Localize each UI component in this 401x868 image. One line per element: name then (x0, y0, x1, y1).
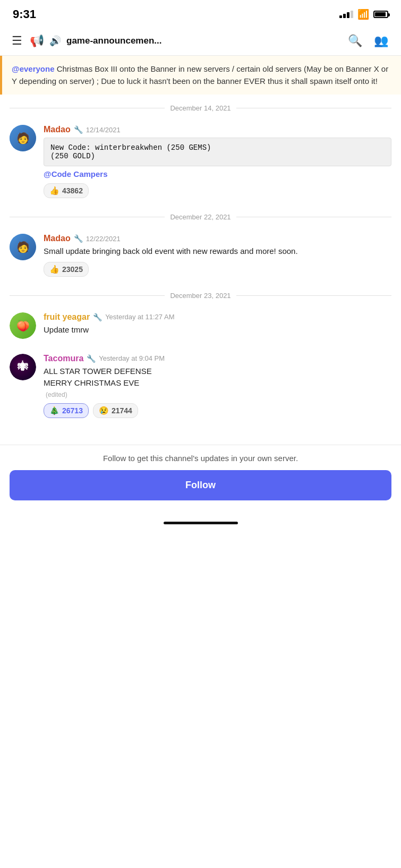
avatar-madao-img: 🧑 (10, 125, 36, 151)
time-fruit: Yesterday at 11:27 AM (105, 313, 174, 321)
follow-section: Follow to get this channel's updates in … (0, 445, 401, 516)
channel-type-icon: 📢 (30, 34, 44, 48)
battery-icon (373, 11, 388, 18)
avatar-fruit-img: 🍑 (10, 312, 36, 339)
message-content-fruit: fruit yeagar 🔧 Yesterday at 11:27 AM Upd… (44, 312, 391, 336)
reaction-tree-tacomura[interactable]: 🎄 26713 (44, 403, 89, 418)
channel-name: game-announcemen... (66, 36, 339, 46)
follow-hint: Follow to get this channel's updates in … (10, 454, 391, 463)
message-header-madao1: Madao 🔧 12/14/2021 (44, 125, 391, 134)
reaction-count: 43862 (62, 186, 83, 195)
time-tacomura: Yesterday at 9:04 PM (99, 354, 165, 362)
channel-type-icon2: 🔊 (49, 35, 61, 47)
reactions-tacomura[interactable]: 🎄 26713 😢 21744 (44, 403, 391, 418)
message-content-madao2: Madao 🔧 12/22/2021 Small update bringing… (44, 234, 391, 277)
signal-icon (339, 11, 353, 18)
avatar-madao: 🧑 (10, 125, 36, 151)
author-fruit: fruit yeagar (44, 312, 90, 322)
mention-everyone: @everyone (12, 64, 55, 73)
channel-header: ☰ 📢 🔊 game-announcemen... 🔍 👥 (0, 27, 401, 56)
reactions-madao2[interactable]: 👍 23025 (44, 262, 391, 277)
author-madao2: Madao (44, 234, 71, 243)
date-divider-dec22-text: December 22, 2021 (170, 213, 231, 221)
avatar-fruit: 🍑 (10, 312, 36, 339)
hamburger-menu-icon[interactable]: ☰ (10, 32, 24, 50)
home-indicator (0, 516, 401, 527)
time-madao2: 12/22/2021 (86, 235, 121, 243)
status-time: 9:31 (13, 7, 36, 21)
avatar-madao2: 🧑 (10, 234, 36, 260)
edited-label: (edited) (46, 391, 67, 398)
badge-madao: 🔧 (74, 125, 83, 134)
search-button[interactable]: 🔍 (345, 32, 365, 50)
wifi-icon: 📶 (357, 8, 369, 20)
reaction-count-cry: 21744 (112, 406, 132, 415)
follow-button[interactable]: Follow (10, 470, 391, 500)
author-madao: Madao (44, 125, 71, 134)
message-content-tacomura: Tacomura 🔧 Yesterday at 9:04 PM ALL STAR… (44, 354, 391, 418)
status-bar: 9:31 📶 (0, 0, 401, 27)
date-divider-dec14-text: December 14, 2021 (170, 104, 231, 112)
reaction-emoji: 👍 (49, 265, 59, 274)
status-icons: 📶 (339, 8, 388, 20)
pinned-message: @everyone Christmas Box III onto the Ban… (0, 56, 401, 95)
message-fruit-yeagar: 🍑 fruit yeagar 🔧 Yesterday at 11:27 AM U… (0, 309, 401, 344)
badge-madao2: 🔧 (74, 234, 83, 243)
reaction-thumbsup-madao2[interactable]: 👍 23025 (44, 262, 89, 277)
avatar-tacomura-img: 🕷 (10, 354, 36, 380)
message-body-tacomura: ALL STAR TOWER DEFENSE MERRY CHRISTMAS E… (44, 365, 391, 389)
message-body-madao2: Small update bringing back old event wit… (44, 245, 391, 258)
badge-fruit: 🔧 (93, 313, 102, 321)
avatar-tacomura: 🕷 (10, 354, 36, 380)
reaction-count-tree: 26713 (62, 406, 83, 415)
author-tacomura: Tacomura (44, 354, 83, 363)
date-divider-dec14: December 14, 2021 (0, 95, 401, 122)
mention-code-campers: @Code Campers (44, 169, 391, 179)
date-divider-dec23: December 23, 2021 (0, 282, 401, 309)
pinned-message-text: Christmas Box III onto the Banner in new… (12, 64, 388, 86)
reaction-count: 23025 (62, 265, 83, 274)
date-divider-dec22: December 22, 2021 (0, 203, 401, 231)
message-body-fruit: Update tmrw (44, 324, 391, 336)
message-header-fruit: fruit yeagar 🔧 Yesterday at 11:27 AM (44, 312, 391, 322)
avatar-madao-img2: 🧑 (10, 234, 36, 260)
reaction-emoji: 👍 (49, 186, 59, 195)
reaction-emoji: 😢 (99, 406, 109, 415)
message-content-madao1: Madao 🔧 12/14/2021 New Code: winterbreak… (44, 125, 391, 198)
reaction-emoji: 🎄 (49, 406, 59, 415)
reactions-madao1[interactable]: 👍 43862 (44, 183, 391, 198)
reaction-thumbsup-madao1[interactable]: 👍 43862 (44, 183, 89, 198)
members-button[interactable]: 👥 (371, 32, 391, 50)
reaction-cry-tacomura[interactable]: 😢 21744 (93, 403, 138, 418)
date-divider-dec23-text: December 23, 2021 (170, 292, 231, 300)
badge-tacomura: 🔧 (87, 354, 96, 363)
message-header-tacomura: Tacomura 🔧 Yesterday at 9:04 PM (44, 354, 391, 363)
message-tacomura: 🕷 Tacomura 🔧 Yesterday at 9:04 PM ALL ST… (0, 351, 401, 423)
home-bar (164, 522, 238, 524)
code-block-madao1: New Code: winterbreakwhen (250 GEMS) (25… (44, 138, 391, 166)
time-madao1: 12/14/2021 (86, 126, 121, 134)
message-madao-dec22: 🧑 Madao 🔧 12/22/2021 Small update bringi… (0, 231, 401, 282)
message-madao-dec14: 🧑 Madao 🔧 12/14/2021 New Code: winterbre… (0, 122, 401, 203)
message-header-madao2: Madao 🔧 12/22/2021 (44, 234, 391, 243)
